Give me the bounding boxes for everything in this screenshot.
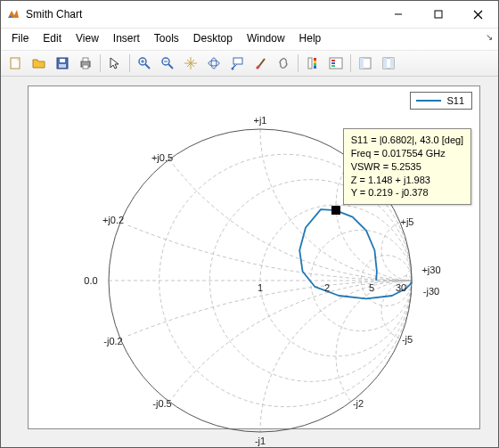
menu-view[interactable]: View xyxy=(69,30,106,46)
axis-label-r30: 30 xyxy=(396,282,406,293)
brush-icon[interactable] xyxy=(250,53,271,74)
axis-label-nj2: -j2 xyxy=(353,398,364,409)
colorbar-icon[interactable] xyxy=(302,53,323,74)
legend-swatch-icon xyxy=(416,100,441,102)
legend[interactable]: S11 xyxy=(410,92,472,110)
datatip-line5: Y = 0.219 - j0.378 xyxy=(351,186,464,200)
legend-icon[interactable] xyxy=(325,53,347,74)
svg-rect-36 xyxy=(390,58,394,69)
axis-label-nj02: -j0.2 xyxy=(103,336,122,346)
svg-point-19 xyxy=(211,58,217,69)
axis-label-nj30: -j30 xyxy=(423,286,439,297)
menu-insert[interactable]: Insert xyxy=(106,30,147,46)
maximize-button[interactable] xyxy=(418,2,458,28)
datatip-line4: Z = 1.148 + j1.983 xyxy=(351,174,464,187)
axis-label-pj1: +j1 xyxy=(254,115,267,126)
data-marker[interactable] xyxy=(331,206,340,215)
svg-rect-24 xyxy=(314,58,316,61)
toolbar-separator xyxy=(350,54,351,72)
legend-label-s11: S11 xyxy=(446,95,464,106)
svg-rect-7 xyxy=(59,64,66,68)
toolbar-separator xyxy=(129,54,130,72)
menubar: File Edit View Insert Tools Desktop Wind… xyxy=(1,29,498,50)
toolbar-separator xyxy=(298,54,299,72)
menu-desktop[interactable]: Desktop xyxy=(186,30,240,46)
minimize-button[interactable] xyxy=(378,2,418,28)
svg-point-21 xyxy=(232,68,234,70)
show-tools-icon[interactable] xyxy=(378,53,399,74)
menu-window[interactable]: Window xyxy=(240,30,292,46)
rotate3d-icon[interactable] xyxy=(203,53,225,74)
datatip-line1: S11 = |0.6802|, 43.0 [deg] xyxy=(351,134,464,147)
svg-line-16 xyxy=(168,64,173,69)
axis-label-pj30: +j30 xyxy=(421,265,440,275)
svg-rect-27 xyxy=(314,66,316,69)
svg-rect-20 xyxy=(233,58,242,64)
axis-label-nj1: -j1 xyxy=(255,436,266,446)
svg-line-22 xyxy=(259,59,265,66)
axis-label-r2: 2 xyxy=(324,282,330,293)
data-tip[interactable]: S11 = |0.6802|, 43.0 [deg] Freq = 0.0175… xyxy=(343,128,472,205)
hide-tools-icon[interactable] xyxy=(355,53,376,74)
svg-rect-23 xyxy=(308,58,312,69)
datatip-line3: VSWR = 5.2535 xyxy=(351,160,464,174)
window-controls xyxy=(378,2,498,28)
pointer-icon[interactable] xyxy=(104,53,126,74)
axis-label-pj5: +j5 xyxy=(401,216,414,227)
new-figure-icon[interactable] xyxy=(5,53,27,74)
zoom-out-icon[interactable] xyxy=(157,53,178,74)
svg-rect-33 xyxy=(360,58,364,69)
open-icon[interactable] xyxy=(29,53,50,74)
svg-rect-9 xyxy=(83,58,88,61)
svg-rect-35 xyxy=(383,58,387,69)
svg-rect-26 xyxy=(314,63,316,66)
svg-rect-1 xyxy=(435,11,442,18)
pan-icon[interactable] xyxy=(180,53,201,74)
datatip-line2: Freq = 0.017554 GHz xyxy=(351,147,464,160)
menu-file[interactable]: File xyxy=(4,30,36,46)
datatip-icon[interactable] xyxy=(226,53,248,74)
app-window: Smith Chart File Edit View Insert Tools … xyxy=(0,0,499,448)
axis-label-r5: 5 xyxy=(369,282,374,293)
menu-help[interactable]: Help xyxy=(292,30,329,46)
toolbar xyxy=(1,50,498,77)
axis-label-nj5: -j5 xyxy=(402,334,413,345)
titlebar: Smith Chart xyxy=(1,1,498,29)
svg-line-12 xyxy=(145,64,150,69)
axis-label-zero: 0.0 xyxy=(84,275,97,286)
close-button[interactable] xyxy=(458,2,498,28)
window-title: Smith Chart xyxy=(26,8,378,20)
zoom-in-icon[interactable] xyxy=(134,53,155,74)
svg-rect-10 xyxy=(83,65,88,69)
menu-edit[interactable]: Edit xyxy=(36,30,69,46)
axis-label-nj05: -j0.5 xyxy=(152,398,171,409)
axis-label-pj02: +j0.2 xyxy=(102,215,124,225)
toolbar-separator xyxy=(100,54,101,72)
svg-rect-25 xyxy=(314,61,316,63)
menu-tools[interactable]: Tools xyxy=(147,30,186,46)
matlab-logo-icon xyxy=(6,7,20,21)
axes[interactable]: 0.0 1 2 5 30 +j0.2 +j0.5 +j1 +j2 +j5 +j3… xyxy=(28,86,480,429)
plot-area: 0.0 1 2 5 30 +j0.2 +j0.5 +j1 +j2 +j5 +j3… xyxy=(1,77,498,447)
toolbar-overflow-icon[interactable]: ↘ xyxy=(486,32,493,42)
axis-label-pj05: +j0.5 xyxy=(151,152,173,163)
svg-rect-6 xyxy=(60,59,65,62)
axis-label-r1: 1 xyxy=(258,282,263,293)
svg-point-18 xyxy=(209,61,219,66)
save-icon[interactable] xyxy=(52,53,73,74)
print-icon[interactable] xyxy=(75,53,96,74)
link-icon[interactable] xyxy=(273,53,294,74)
